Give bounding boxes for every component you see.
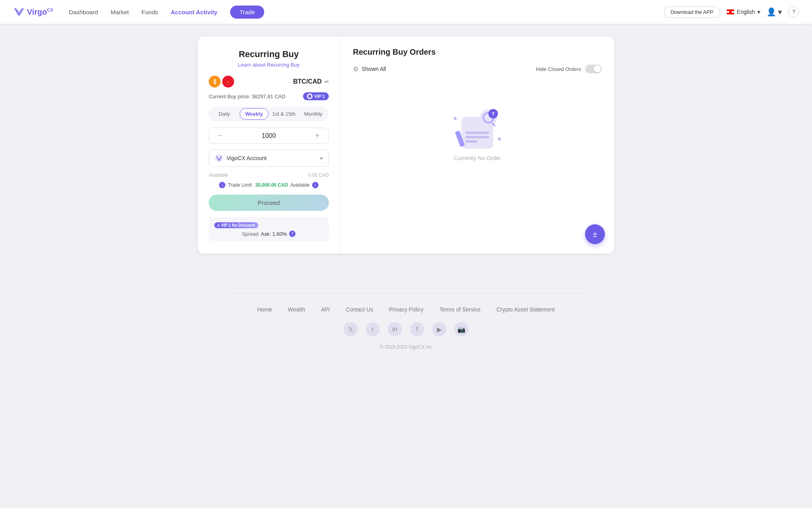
brand-name: VirgoCX xyxy=(27,8,53,17)
language-button[interactable]: English ▾ xyxy=(726,9,760,15)
footer-crypto-asset-link[interactable]: Crypto Asset Statement xyxy=(496,306,555,313)
vip-discount-bar: ♦ VIP 1 No Discount Spread Ask: 1.60% ? xyxy=(209,217,329,241)
doc-line-3 xyxy=(465,140,477,143)
available-label: Available xyxy=(209,172,228,178)
footer-terms-link[interactable]: Terms of Service xyxy=(439,306,480,313)
trade-limit-info-icon: i xyxy=(312,182,318,188)
trade-limit-available: Available xyxy=(290,182,309,188)
vip-no-discount-label: VIP 1 No Discount xyxy=(221,223,255,227)
orders-title: Recurring Buy Orders xyxy=(353,48,602,57)
amount-decrease-button[interactable]: − xyxy=(215,131,226,140)
price-label: Current Buy price: xyxy=(209,94,250,99)
chevron-down-icon: ▾ xyxy=(320,155,323,162)
amount-input[interactable] xyxy=(226,132,312,139)
no-order-text: Currently No Order xyxy=(454,155,501,161)
amount-increase-button[interactable]: + xyxy=(312,131,323,140)
nav-links: Dashboard Market Funds Account Activity … xyxy=(69,6,664,19)
frequency-tabs: Daily Weekly 1st & 15th Monthly xyxy=(209,107,329,121)
tab-weekly[interactable]: Weekly xyxy=(240,108,268,120)
nav-right: Download the APP English ▾ 👤 ▾ ? xyxy=(664,6,799,18)
empty-illustration: ? xyxy=(454,109,501,149)
vip-badge: VIP 1 xyxy=(303,92,329,100)
hide-closed-label: Hide Closed Orders xyxy=(536,66,581,72)
empty-state: ? Currently No Order xyxy=(353,85,602,177)
plus-minus-icon: ± xyxy=(593,230,597,238)
current-price-row: Current Buy price: 38297.81 CAD VIP 1 xyxy=(209,92,329,100)
nav-dashboard[interactable]: Dashboard xyxy=(69,9,98,15)
hide-closed-orders-row: Hide Closed Orders xyxy=(536,65,602,73)
copyright-text: © 2019-2023 VigoCX Inc xyxy=(0,344,812,350)
learn-recurring-buy-link[interactable]: Learn about Recurring Buy xyxy=(209,62,329,68)
trade-button[interactable]: Trade xyxy=(230,6,265,19)
footer-privacy-link[interactable]: Privacy Policy xyxy=(389,306,423,313)
filter-icon: ⚙ xyxy=(353,65,358,73)
svg-point-0 xyxy=(308,95,311,98)
filters-row: ⚙ Shown All Hide Closed Orders xyxy=(353,65,602,73)
nav-account-activity[interactable]: Account Activity xyxy=(171,9,217,15)
tab-1st-15th[interactable]: 1st & 15th xyxy=(270,108,298,120)
cards-container: Recurring Buy Learn about Recurring Buy … xyxy=(198,36,614,254)
amount-input-row: − + xyxy=(209,128,329,144)
add-order-fab-button[interactable]: ± xyxy=(585,224,605,244)
footer-links: Home Wealth API Contact Us Privacy Polic… xyxy=(0,306,812,313)
virgocx-account-icon xyxy=(215,154,223,162)
account-select-left: VigoCX Account xyxy=(215,154,267,162)
proceed-button[interactable]: Proceed xyxy=(209,195,329,211)
current-price-text: Current Buy price: 38297.81 CAD xyxy=(209,94,286,99)
vip-no-discount-badge: ♦ VIP 1 No Discount xyxy=(214,222,258,228)
chevron-down-icon: ▾ xyxy=(757,9,760,15)
main-content: Recurring Buy Learn about Recurring Buy … xyxy=(188,24,624,277)
navbar: VirgoCX Dashboard Market Funds Account A… xyxy=(0,0,812,24)
footer-home-link[interactable]: Home xyxy=(257,306,272,313)
btc-icon: ₿ xyxy=(209,76,221,88)
recurring-buy-orders-card: Recurring Buy Orders ⚙ Shown All Hide Cl… xyxy=(340,36,614,254)
linkedin-icon[interactable]: in xyxy=(388,322,402,336)
price-value: 38297.81 CAD xyxy=(252,94,285,99)
logo[interactable]: VirgoCX xyxy=(13,6,53,18)
recurring-buy-title: Recurring Buy xyxy=(209,49,329,59)
instagram-icon[interactable]: 📷 xyxy=(454,322,469,336)
help-button[interactable]: ? xyxy=(788,6,799,17)
canada-flag-icon xyxy=(726,9,734,15)
tab-daily[interactable]: Daily xyxy=(210,108,238,120)
facebook-icon[interactable]: f xyxy=(410,322,424,336)
nav-market[interactable]: Market xyxy=(111,9,129,15)
footer-wealth-link[interactable]: Wealth xyxy=(288,306,305,313)
question-mark-icon: ? xyxy=(792,9,795,15)
user-account-button[interactable]: 👤 ▾ xyxy=(766,7,782,17)
spread-row: Spread Ask: 1.60% ? xyxy=(214,231,323,237)
vip-icon xyxy=(307,94,313,99)
doc-line-1 xyxy=(465,132,489,134)
footer-api-link[interactable]: API xyxy=(321,306,330,313)
trade-limit-amount: 30,000.00 CAD xyxy=(255,182,288,188)
tab-monthly[interactable]: Monthly xyxy=(299,108,327,120)
vip-diamond-icon: ♦ xyxy=(217,223,219,227)
twitter-x-icon[interactable]: 𝕏 xyxy=(343,322,358,336)
pair-icons: ₿ 🍁 xyxy=(209,76,234,88)
filter-shown-all[interactable]: ⚙ Shown All xyxy=(353,65,386,73)
info-icon: i xyxy=(219,182,225,188)
language-label: English xyxy=(737,9,755,15)
chevron-down-icon: ▾ xyxy=(778,7,782,17)
recurring-buy-card: Recurring Buy Learn about Recurring Buy … xyxy=(198,36,340,254)
trade-limit-row: i Trade Limit: 30,000.00 CAD Available i xyxy=(209,182,329,188)
download-app-button[interactable]: Download the APP xyxy=(664,6,720,18)
question-bubble-icon: ? xyxy=(488,109,498,118)
doc-line-2 xyxy=(465,136,489,138)
trade-limit-label: Trade Limit: xyxy=(228,182,253,188)
account-select-dropdown[interactable]: VigoCX Account ▾ xyxy=(209,149,329,167)
available-row: Available 0.00 CAD xyxy=(209,172,329,178)
nav-funds[interactable]: Funds xyxy=(141,9,158,15)
swap-icon: ⇌ xyxy=(324,78,329,85)
spread-label: Spread xyxy=(242,231,259,237)
youtube-icon[interactable]: ▶ xyxy=(432,322,446,336)
footer-divider xyxy=(228,293,584,294)
footer: Home Wealth API Contact Us Privacy Polic… xyxy=(0,277,812,358)
footer-contact-link[interactable]: Contact Us xyxy=(346,306,373,313)
reddit-icon[interactable]: r xyxy=(366,322,380,336)
hide-closed-toggle[interactable] xyxy=(585,65,602,73)
decoration-dot-1 xyxy=(454,117,457,120)
doc-lines xyxy=(465,132,489,145)
brand-superscript: CX xyxy=(47,8,53,12)
pair-name: BTC/CAD xyxy=(293,78,322,85)
